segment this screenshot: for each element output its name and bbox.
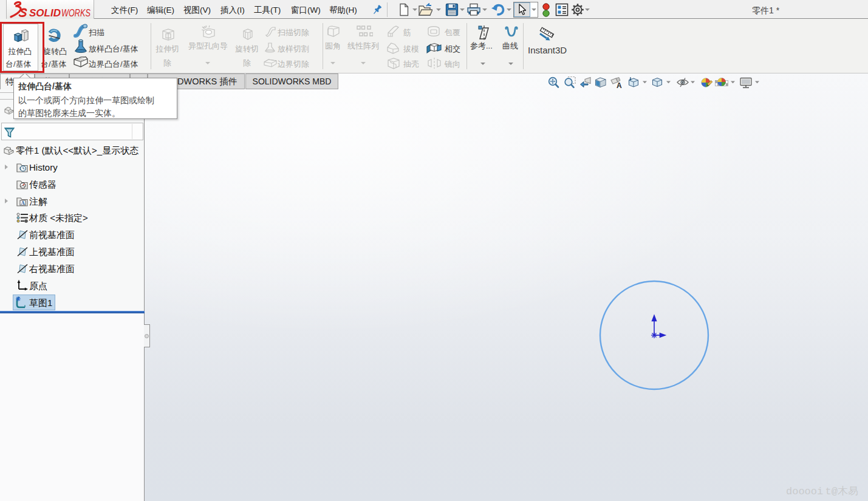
svg-text:SOLID: SOLID xyxy=(29,7,61,19)
svg-text:A: A xyxy=(21,200,25,206)
svg-text:A: A xyxy=(617,81,622,90)
svg-text:WORKS: WORKS xyxy=(61,7,91,19)
